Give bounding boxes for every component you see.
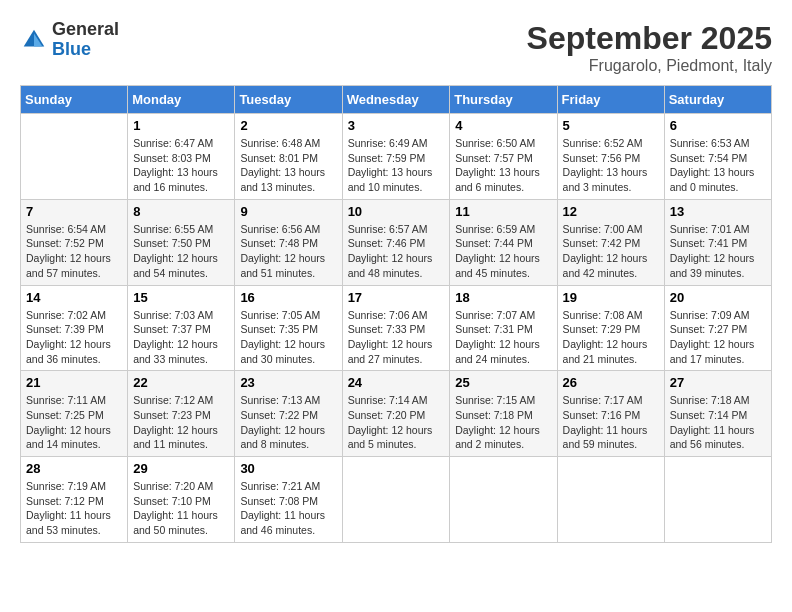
day-number: 17 [348,290,445,305]
day-info: Sunrise: 7:18 AMSunset: 7:14 PMDaylight:… [670,393,766,452]
day-info: Sunrise: 6:53 AMSunset: 7:54 PMDaylight:… [670,136,766,195]
calendar-cell: 7Sunrise: 6:54 AMSunset: 7:52 PMDaylight… [21,199,128,285]
calendar-cell: 26Sunrise: 7:17 AMSunset: 7:16 PMDayligh… [557,371,664,457]
weekday-header-monday: Monday [128,86,235,114]
day-info: Sunrise: 6:57 AMSunset: 7:46 PMDaylight:… [348,222,445,281]
day-info: Sunrise: 7:14 AMSunset: 7:20 PMDaylight:… [348,393,445,452]
calendar-cell: 21Sunrise: 7:11 AMSunset: 7:25 PMDayligh… [21,371,128,457]
day-info: Sunrise: 7:03 AMSunset: 7:37 PMDaylight:… [133,308,229,367]
weekday-header-friday: Friday [557,86,664,114]
calendar-cell: 8Sunrise: 6:55 AMSunset: 7:50 PMDaylight… [128,199,235,285]
day-number: 11 [455,204,551,219]
day-info: Sunrise: 6:47 AMSunset: 8:03 PMDaylight:… [133,136,229,195]
day-info: Sunrise: 6:52 AMSunset: 7:56 PMDaylight:… [563,136,659,195]
weekday-header-tuesday: Tuesday [235,86,342,114]
calendar-cell [664,457,771,543]
day-number: 12 [563,204,659,219]
calendar-week-1: 1Sunrise: 6:47 AMSunset: 8:03 PMDaylight… [21,114,772,200]
weekday-header-wednesday: Wednesday [342,86,450,114]
day-info: Sunrise: 7:20 AMSunset: 7:10 PMDaylight:… [133,479,229,538]
calendar-week-5: 28Sunrise: 7:19 AMSunset: 7:12 PMDayligh… [21,457,772,543]
day-number: 10 [348,204,445,219]
weekday-header-row: SundayMondayTuesdayWednesdayThursdayFrid… [21,86,772,114]
day-number: 30 [240,461,336,476]
calendar-week-4: 21Sunrise: 7:11 AMSunset: 7:25 PMDayligh… [21,371,772,457]
day-number: 2 [240,118,336,133]
day-info: Sunrise: 7:19 AMSunset: 7:12 PMDaylight:… [26,479,122,538]
day-info: Sunrise: 7:13 AMSunset: 7:22 PMDaylight:… [240,393,336,452]
day-info: Sunrise: 7:02 AMSunset: 7:39 PMDaylight:… [26,308,122,367]
day-number: 29 [133,461,229,476]
calendar-cell: 19Sunrise: 7:08 AMSunset: 7:29 PMDayligh… [557,285,664,371]
day-info: Sunrise: 7:12 AMSunset: 7:23 PMDaylight:… [133,393,229,452]
title-block: September 2025 Frugarolo, Piedmont, Ital… [527,20,772,75]
day-number: 19 [563,290,659,305]
weekday-header-saturday: Saturday [664,86,771,114]
calendar-cell: 15Sunrise: 7:03 AMSunset: 7:37 PMDayligh… [128,285,235,371]
logo-blue-text: Blue [52,39,91,59]
day-info: Sunrise: 7:09 AMSunset: 7:27 PMDaylight:… [670,308,766,367]
calendar-cell: 11Sunrise: 6:59 AMSunset: 7:44 PMDayligh… [450,199,557,285]
day-info: Sunrise: 6:54 AMSunset: 7:52 PMDaylight:… [26,222,122,281]
day-number: 1 [133,118,229,133]
month-year-title: September 2025 [527,20,772,57]
calendar-cell: 10Sunrise: 6:57 AMSunset: 7:46 PMDayligh… [342,199,450,285]
calendar-cell [21,114,128,200]
day-number: 15 [133,290,229,305]
calendar-cell: 12Sunrise: 7:00 AMSunset: 7:42 PMDayligh… [557,199,664,285]
day-info: Sunrise: 6:50 AMSunset: 7:57 PMDaylight:… [455,136,551,195]
calendar-cell: 27Sunrise: 7:18 AMSunset: 7:14 PMDayligh… [664,371,771,457]
calendar-week-2: 7Sunrise: 6:54 AMSunset: 7:52 PMDaylight… [21,199,772,285]
calendar-cell: 9Sunrise: 6:56 AMSunset: 7:48 PMDaylight… [235,199,342,285]
day-number: 20 [670,290,766,305]
day-number: 26 [563,375,659,390]
calendar-week-3: 14Sunrise: 7:02 AMSunset: 7:39 PMDayligh… [21,285,772,371]
day-info: Sunrise: 7:06 AMSunset: 7:33 PMDaylight:… [348,308,445,367]
day-info: Sunrise: 6:48 AMSunset: 8:01 PMDaylight:… [240,136,336,195]
logo: General Blue [20,20,119,60]
day-number: 23 [240,375,336,390]
day-info: Sunrise: 7:17 AMSunset: 7:16 PMDaylight:… [563,393,659,452]
calendar-cell: 22Sunrise: 7:12 AMSunset: 7:23 PMDayligh… [128,371,235,457]
day-number: 5 [563,118,659,133]
day-info: Sunrise: 6:55 AMSunset: 7:50 PMDaylight:… [133,222,229,281]
calendar-cell: 6Sunrise: 6:53 AMSunset: 7:54 PMDaylight… [664,114,771,200]
calendar-cell: 4Sunrise: 6:50 AMSunset: 7:57 PMDaylight… [450,114,557,200]
day-number: 25 [455,375,551,390]
day-info: Sunrise: 7:05 AMSunset: 7:35 PMDaylight:… [240,308,336,367]
day-info: Sunrise: 7:00 AMSunset: 7:42 PMDaylight:… [563,222,659,281]
calendar-cell: 25Sunrise: 7:15 AMSunset: 7:18 PMDayligh… [450,371,557,457]
calendar-cell [450,457,557,543]
day-number: 3 [348,118,445,133]
day-number: 28 [26,461,122,476]
calendar-cell: 13Sunrise: 7:01 AMSunset: 7:41 PMDayligh… [664,199,771,285]
day-number: 4 [455,118,551,133]
day-number: 6 [670,118,766,133]
day-number: 24 [348,375,445,390]
calendar-cell: 20Sunrise: 7:09 AMSunset: 7:27 PMDayligh… [664,285,771,371]
day-number: 8 [133,204,229,219]
calendar-cell: 1Sunrise: 6:47 AMSunset: 8:03 PMDaylight… [128,114,235,200]
weekday-header-thursday: Thursday [450,86,557,114]
day-info: Sunrise: 7:07 AMSunset: 7:31 PMDaylight:… [455,308,551,367]
calendar-cell: 29Sunrise: 7:20 AMSunset: 7:10 PMDayligh… [128,457,235,543]
day-number: 16 [240,290,336,305]
page-header: General Blue September 2025 Frugarolo, P… [20,20,772,75]
calendar-cell: 18Sunrise: 7:07 AMSunset: 7:31 PMDayligh… [450,285,557,371]
day-info: Sunrise: 7:21 AMSunset: 7:08 PMDaylight:… [240,479,336,538]
calendar-cell: 23Sunrise: 7:13 AMSunset: 7:22 PMDayligh… [235,371,342,457]
day-number: 27 [670,375,766,390]
day-info: Sunrise: 7:15 AMSunset: 7:18 PMDaylight:… [455,393,551,452]
day-number: 14 [26,290,122,305]
calendar-cell: 14Sunrise: 7:02 AMSunset: 7:39 PMDayligh… [21,285,128,371]
calendar-cell: 17Sunrise: 7:06 AMSunset: 7:33 PMDayligh… [342,285,450,371]
calendar-cell: 24Sunrise: 7:14 AMSunset: 7:20 PMDayligh… [342,371,450,457]
day-info: Sunrise: 7:11 AMSunset: 7:25 PMDaylight:… [26,393,122,452]
day-info: Sunrise: 7:08 AMSunset: 7:29 PMDaylight:… [563,308,659,367]
day-number: 18 [455,290,551,305]
day-number: 7 [26,204,122,219]
day-number: 22 [133,375,229,390]
weekday-header-sunday: Sunday [21,86,128,114]
logo-general-text: General [52,19,119,39]
calendar-cell: 5Sunrise: 6:52 AMSunset: 7:56 PMDaylight… [557,114,664,200]
